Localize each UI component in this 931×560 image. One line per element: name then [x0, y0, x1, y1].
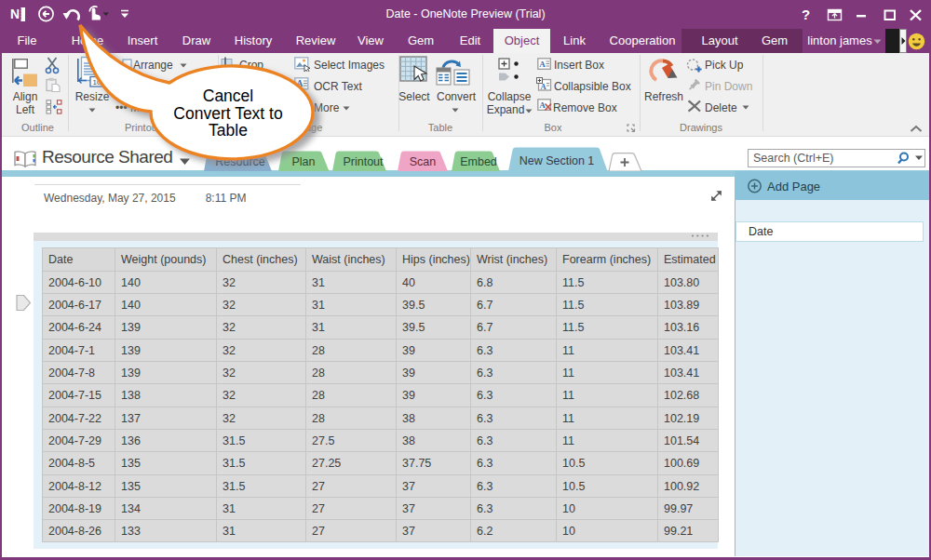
- svg-text:Embed: Embed: [460, 155, 497, 168]
- svg-text:A: A: [539, 100, 546, 110]
- svg-text:Scan: Scan: [410, 155, 437, 168]
- svg-text:New Section 1: New Section 1: [519, 154, 595, 167]
- svg-text:Convert Text to: Convert Text to: [173, 104, 282, 123]
- svg-text:Table: Table: [209, 121, 248, 140]
- svg-text:A: A: [539, 60, 546, 69]
- svg-text:A: A: [541, 82, 547, 91]
- svg-text:Cancel: Cancel: [203, 87, 253, 105]
